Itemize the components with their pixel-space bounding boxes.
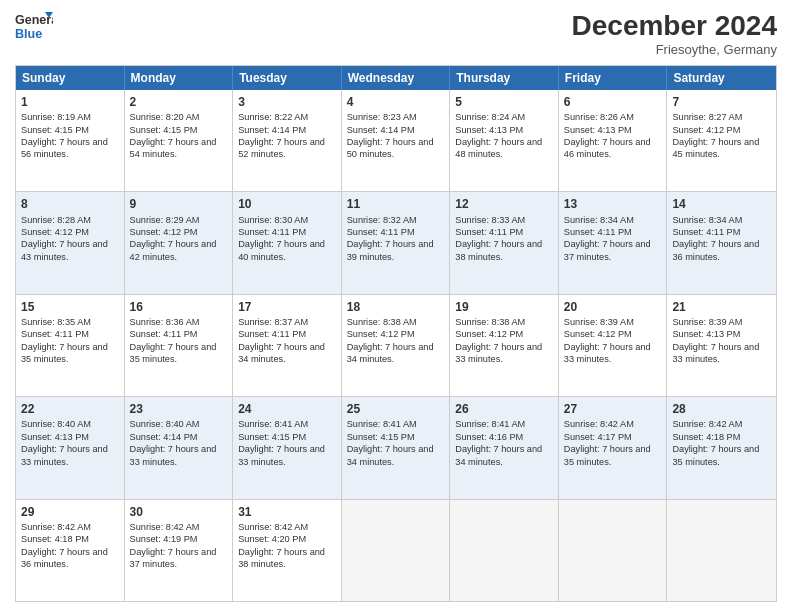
title-block: December 2024 Friesoythe, Germany [572,10,777,57]
calendar-cell: 22 Sunrise: 8:40 AM Sunset: 4:13 PM Dayl… [16,397,125,498]
header-sunday: Sunday [16,66,125,90]
calendar-cell [559,500,668,601]
sunset-text: Sunset: 4:18 PM [672,431,771,443]
sunrise-text: Sunrise: 8:42 AM [21,521,119,533]
calendar-cell: 26 Sunrise: 8:41 AM Sunset: 4:16 PM Dayl… [450,397,559,498]
calendar-cell: 31 Sunrise: 8:42 AM Sunset: 4:20 PM Dayl… [233,500,342,601]
day-number: 25 [347,401,445,417]
sunrise-text: Sunrise: 8:42 AM [238,521,336,533]
sunset-text: Sunset: 4:15 PM [238,431,336,443]
calendar-cell: 17 Sunrise: 8:37 AM Sunset: 4:11 PM Dayl… [233,295,342,396]
day-number: 27 [564,401,662,417]
day-number: 26 [455,401,553,417]
calendar-cell: 9 Sunrise: 8:29 AM Sunset: 4:12 PM Dayli… [125,192,234,293]
daylight-text: Daylight: 7 hours and 37 minutes. [130,546,228,571]
sunrise-text: Sunrise: 8:29 AM [130,214,228,226]
calendar-cell: 5 Sunrise: 8:24 AM Sunset: 4:13 PM Dayli… [450,90,559,191]
header-monday: Monday [125,66,234,90]
sunrise-text: Sunrise: 8:41 AM [238,418,336,430]
sunset-text: Sunset: 4:12 PM [564,328,662,340]
daylight-text: Daylight: 7 hours and 34 minutes. [347,341,445,366]
sunset-text: Sunset: 4:13 PM [455,124,553,136]
daylight-text: Daylight: 7 hours and 46 minutes. [564,136,662,161]
sunrise-text: Sunrise: 8:35 AM [21,316,119,328]
sunset-text: Sunset: 4:13 PM [672,328,771,340]
day-number: 9 [130,196,228,212]
calendar-cell: 30 Sunrise: 8:42 AM Sunset: 4:19 PM Dayl… [125,500,234,601]
day-number: 1 [21,94,119,110]
sunrise-text: Sunrise: 8:33 AM [455,214,553,226]
day-number: 11 [347,196,445,212]
daylight-text: Daylight: 7 hours and 35 minutes. [130,341,228,366]
day-number: 7 [672,94,771,110]
daylight-text: Daylight: 7 hours and 36 minutes. [672,238,771,263]
day-number: 22 [21,401,119,417]
header-thursday: Thursday [450,66,559,90]
day-number: 2 [130,94,228,110]
daylight-text: Daylight: 7 hours and 37 minutes. [564,238,662,263]
calendar-cell: 8 Sunrise: 8:28 AM Sunset: 4:12 PM Dayli… [16,192,125,293]
sunset-text: Sunset: 4:18 PM [21,533,119,545]
day-number: 23 [130,401,228,417]
sunset-text: Sunset: 4:11 PM [564,226,662,238]
daylight-text: Daylight: 7 hours and 34 minutes. [455,443,553,468]
sunrise-text: Sunrise: 8:28 AM [21,214,119,226]
sunset-text: Sunset: 4:17 PM [564,431,662,443]
day-number: 13 [564,196,662,212]
calendar-cell: 1 Sunrise: 8:19 AM Sunset: 4:15 PM Dayli… [16,90,125,191]
sunset-text: Sunset: 4:12 PM [130,226,228,238]
calendar-cell [667,500,776,601]
day-number: 30 [130,504,228,520]
sunset-text: Sunset: 4:11 PM [455,226,553,238]
calendar-row-2: 8 Sunrise: 8:28 AM Sunset: 4:12 PM Dayli… [16,191,776,293]
sunrise-text: Sunrise: 8:38 AM [455,316,553,328]
sunrise-text: Sunrise: 8:26 AM [564,111,662,123]
sunrise-text: Sunrise: 8:22 AM [238,111,336,123]
calendar-cell [342,500,451,601]
calendar-cell: 4 Sunrise: 8:23 AM Sunset: 4:14 PM Dayli… [342,90,451,191]
day-number: 21 [672,299,771,315]
day-number: 4 [347,94,445,110]
daylight-text: Daylight: 7 hours and 33 minutes. [672,341,771,366]
calendar-header: Sunday Monday Tuesday Wednesday Thursday… [16,66,776,90]
calendar-cell: 3 Sunrise: 8:22 AM Sunset: 4:14 PM Dayli… [233,90,342,191]
sunset-text: Sunset: 4:14 PM [130,431,228,443]
calendar-cell: 10 Sunrise: 8:30 AM Sunset: 4:11 PM Dayl… [233,192,342,293]
calendar-cell: 21 Sunrise: 8:39 AM Sunset: 4:13 PM Dayl… [667,295,776,396]
sunrise-text: Sunrise: 8:30 AM [238,214,336,226]
calendar-cell: 18 Sunrise: 8:38 AM Sunset: 4:12 PM Dayl… [342,295,451,396]
daylight-text: Daylight: 7 hours and 52 minutes. [238,136,336,161]
sunrise-text: Sunrise: 8:40 AM [130,418,228,430]
day-number: 17 [238,299,336,315]
calendar-cell: 14 Sunrise: 8:34 AM Sunset: 4:11 PM Dayl… [667,192,776,293]
header-friday: Friday [559,66,668,90]
header-wednesday: Wednesday [342,66,451,90]
daylight-text: Daylight: 7 hours and 35 minutes. [564,443,662,468]
sunrise-text: Sunrise: 8:36 AM [130,316,228,328]
calendar-body: 1 Sunrise: 8:19 AM Sunset: 4:15 PM Dayli… [16,90,776,601]
daylight-text: Daylight: 7 hours and 34 minutes. [347,443,445,468]
sunset-text: Sunset: 4:13 PM [564,124,662,136]
calendar-cell [450,500,559,601]
sunrise-text: Sunrise: 8:41 AM [455,418,553,430]
sunset-text: Sunset: 4:11 PM [238,328,336,340]
calendar-cell: 2 Sunrise: 8:20 AM Sunset: 4:15 PM Dayli… [125,90,234,191]
sunrise-text: Sunrise: 8:42 AM [130,521,228,533]
daylight-text: Daylight: 7 hours and 45 minutes. [672,136,771,161]
day-number: 20 [564,299,662,315]
day-number: 28 [672,401,771,417]
sunset-text: Sunset: 4:16 PM [455,431,553,443]
header-saturday: Saturday [667,66,776,90]
calendar-cell: 7 Sunrise: 8:27 AM Sunset: 4:12 PM Dayli… [667,90,776,191]
svg-text:Blue: Blue [15,27,42,41]
header-tuesday: Tuesday [233,66,342,90]
sunrise-text: Sunrise: 8:32 AM [347,214,445,226]
calendar-cell: 28 Sunrise: 8:42 AM Sunset: 4:18 PM Dayl… [667,397,776,498]
calendar-cell: 11 Sunrise: 8:32 AM Sunset: 4:11 PM Dayl… [342,192,451,293]
sunset-text: Sunset: 4:12 PM [21,226,119,238]
day-number: 3 [238,94,336,110]
sunset-text: Sunset: 4:14 PM [238,124,336,136]
month-title: December 2024 [572,10,777,42]
day-number: 5 [455,94,553,110]
daylight-text: Daylight: 7 hours and 54 minutes. [130,136,228,161]
